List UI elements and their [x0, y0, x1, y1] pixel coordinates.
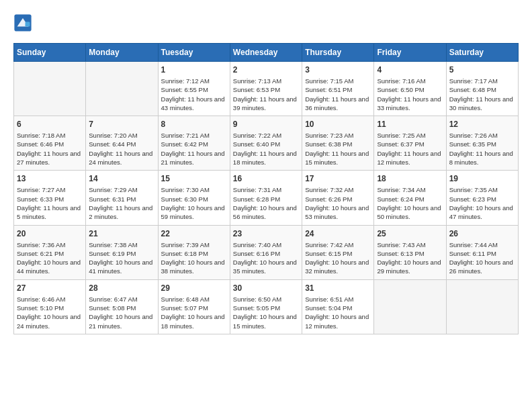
calendar-cell: 14Sunrise: 7:29 AM Sunset: 6:31 PM Dayli… [86, 171, 158, 225]
day-number: 9 [233, 120, 299, 129]
header-monday: Monday [86, 44, 158, 62]
logo-icon [13, 13, 32, 32]
calendar-cell [446, 279, 518, 334]
cell-info: Sunrise: 7:18 AM Sunset: 6:46 PM Dayligh… [17, 131, 83, 167]
calendar-cell: 8Sunrise: 7:21 AM Sunset: 6:42 PM Daylig… [158, 116, 230, 171]
cell-info: Sunrise: 7:17 AM Sunset: 6:48 PM Dayligh… [449, 77, 515, 112]
calendar-cell: 6Sunrise: 7:18 AM Sunset: 6:46 PM Daylig… [14, 116, 86, 171]
day-number: 20 [17, 229, 83, 238]
calendar-cell: 17Sunrise: 7:32 AM Sunset: 6:26 PM Dayli… [302, 171, 374, 225]
cell-info: Sunrise: 6:46 AM Sunset: 5:10 PM Dayligh… [17, 295, 83, 330]
cell-info: Sunrise: 7:26 AM Sunset: 6:35 PM Dayligh… [449, 131, 515, 167]
calendar-cell: 30Sunrise: 6:50 AM Sunset: 5:05 PM Dayli… [230, 279, 302, 334]
cell-info: Sunrise: 7:40 AM Sunset: 6:16 PM Dayligh… [233, 240, 299, 276]
cell-info: Sunrise: 6:48 AM Sunset: 5:07 PM Dayligh… [161, 295, 227, 330]
cell-info: Sunrise: 7:34 AM Sunset: 6:24 PM Dayligh… [377, 185, 443, 221]
cell-info: Sunrise: 7:32 AM Sunset: 6:26 PM Dayligh… [305, 185, 371, 221]
calendar-cell [86, 62, 158, 116]
day-number: 14 [89, 174, 154, 183]
header-friday: Friday [374, 44, 446, 62]
calendar-cell [14, 62, 86, 116]
day-number: 6 [17, 120, 83, 129]
cell-info: Sunrise: 7:23 AM Sunset: 6:38 PM Dayligh… [305, 131, 371, 167]
cell-info: Sunrise: 6:51 AM Sunset: 5:04 PM Dayligh… [305, 295, 371, 330]
day-number: 17 [305, 174, 371, 183]
calendar-cell: 16Sunrise: 7:31 AM Sunset: 6:28 PM Dayli… [230, 171, 302, 225]
calendar-cell: 15Sunrise: 7:30 AM Sunset: 6:30 PM Dayli… [158, 171, 230, 225]
day-number: 4 [377, 65, 443, 75]
calendar-cell: 12Sunrise: 7:26 AM Sunset: 6:35 PM Dayli… [446, 116, 518, 171]
day-number: 19 [449, 174, 515, 183]
week-row-4: 27Sunrise: 6:46 AM Sunset: 5:10 PM Dayli… [14, 279, 519, 334]
cell-info: Sunrise: 7:38 AM Sunset: 6:19 PM Dayligh… [89, 240, 154, 276]
calendar-cell: 31Sunrise: 6:51 AM Sunset: 5:04 PM Dayli… [302, 279, 374, 334]
calendar-cell: 2Sunrise: 7:13 AM Sunset: 6:53 PM Daylig… [230, 62, 302, 116]
day-number: 15 [161, 174, 227, 183]
calendar-cell: 25Sunrise: 7:43 AM Sunset: 6:13 PM Dayli… [374, 225, 446, 279]
cell-info: Sunrise: 6:50 AM Sunset: 5:05 PM Dayligh… [233, 295, 299, 330]
day-number: 29 [161, 283, 227, 293]
day-number: 28 [89, 283, 154, 293]
calendar-cell: 11Sunrise: 7:25 AM Sunset: 6:37 PM Dayli… [374, 116, 446, 171]
cell-info: Sunrise: 7:22 AM Sunset: 6:40 PM Dayligh… [233, 131, 299, 167]
day-number: 21 [89, 229, 154, 238]
cell-info: Sunrise: 7:13 AM Sunset: 6:53 PM Dayligh… [233, 77, 299, 112]
calendar-cell: 21Sunrise: 7:38 AM Sunset: 6:19 PM Dayli… [86, 225, 158, 279]
day-number: 18 [377, 174, 443, 183]
calendar-cell: 5Sunrise: 7:17 AM Sunset: 6:48 PM Daylig… [446, 62, 518, 116]
calendar-cell: 4Sunrise: 7:16 AM Sunset: 6:50 PM Daylig… [374, 62, 446, 116]
cell-info: Sunrise: 7:30 AM Sunset: 6:30 PM Dayligh… [161, 185, 227, 221]
calendar-cell: 7Sunrise: 7:20 AM Sunset: 6:44 PM Daylig… [86, 116, 158, 171]
calendar-cell: 26Sunrise: 7:44 AM Sunset: 6:11 PM Dayli… [446, 225, 518, 279]
header-thursday: Thursday [302, 44, 374, 62]
header-saturday: Saturday [446, 44, 518, 62]
calendar-cell: 23Sunrise: 7:40 AM Sunset: 6:16 PM Dayli… [230, 225, 302, 279]
day-number: 11 [377, 120, 443, 129]
week-row-3: 20Sunrise: 7:36 AM Sunset: 6:21 PM Dayli… [14, 225, 519, 279]
page-header [13, 13, 519, 32]
cell-info: Sunrise: 7:44 AM Sunset: 6:11 PM Dayligh… [449, 240, 515, 276]
day-number: 13 [17, 174, 83, 183]
calendar-cell: 9Sunrise: 7:22 AM Sunset: 6:40 PM Daylig… [230, 116, 302, 171]
day-number: 5 [449, 65, 515, 75]
day-number: 2 [233, 65, 299, 75]
day-number: 25 [377, 229, 443, 238]
calendar-cell: 19Sunrise: 7:35 AM Sunset: 6:23 PM Dayli… [446, 171, 518, 225]
logo [13, 13, 35, 32]
cell-info: Sunrise: 7:39 AM Sunset: 6:18 PM Dayligh… [161, 240, 227, 276]
cell-info: Sunrise: 7:35 AM Sunset: 6:23 PM Dayligh… [449, 185, 515, 221]
cell-info: Sunrise: 7:21 AM Sunset: 6:42 PM Dayligh… [161, 131, 227, 167]
day-number: 1 [161, 65, 227, 75]
calendar-cell: 13Sunrise: 7:27 AM Sunset: 6:33 PM Dayli… [14, 171, 86, 225]
cell-info: Sunrise: 7:29 AM Sunset: 6:31 PM Dayligh… [89, 185, 154, 221]
header-row: SundayMondayTuesdayWednesdayThursdayFrid… [14, 44, 519, 62]
calendar-cell: 27Sunrise: 6:46 AM Sunset: 5:10 PM Dayli… [14, 279, 86, 334]
day-number: 23 [233, 229, 299, 238]
cell-info: Sunrise: 7:31 AM Sunset: 6:28 PM Dayligh… [233, 185, 299, 221]
cell-info: Sunrise: 7:36 AM Sunset: 6:21 PM Dayligh… [17, 240, 83, 276]
week-row-2: 13Sunrise: 7:27 AM Sunset: 6:33 PM Dayli… [14, 171, 519, 225]
svg-rect-2 [26, 22, 30, 27]
header-sunday: Sunday [14, 44, 86, 62]
day-number: 31 [305, 283, 371, 293]
header-wednesday: Wednesday [230, 44, 302, 62]
week-row-0: 1Sunrise: 7:12 AM Sunset: 6:55 PM Daylig… [14, 62, 519, 116]
calendar-cell: 3Sunrise: 7:15 AM Sunset: 6:51 PM Daylig… [302, 62, 374, 116]
day-number: 16 [233, 174, 299, 183]
cell-info: Sunrise: 7:15 AM Sunset: 6:51 PM Dayligh… [305, 77, 371, 112]
day-number: 7 [89, 120, 154, 129]
cell-info: Sunrise: 7:20 AM Sunset: 6:44 PM Dayligh… [89, 131, 154, 167]
day-number: 8 [161, 120, 227, 129]
day-number: 10 [305, 120, 371, 129]
calendar-cell: 24Sunrise: 7:42 AM Sunset: 6:15 PM Dayli… [302, 225, 374, 279]
calendar-cell: 22Sunrise: 7:39 AM Sunset: 6:18 PM Dayli… [158, 225, 230, 279]
calendar-cell: 28Sunrise: 6:47 AM Sunset: 5:08 PM Dayli… [86, 279, 158, 334]
week-row-1: 6Sunrise: 7:18 AM Sunset: 6:46 PM Daylig… [14, 116, 519, 171]
day-number: 3 [305, 65, 371, 75]
day-number: 27 [17, 283, 83, 293]
calendar-cell: 1Sunrise: 7:12 AM Sunset: 6:55 PM Daylig… [158, 62, 230, 116]
calendar-cell: 10Sunrise: 7:23 AM Sunset: 6:38 PM Dayli… [302, 116, 374, 171]
cell-info: Sunrise: 6:47 AM Sunset: 5:08 PM Dayligh… [89, 295, 154, 330]
cell-info: Sunrise: 7:25 AM Sunset: 6:37 PM Dayligh… [377, 131, 443, 167]
calendar-cell [374, 279, 446, 334]
